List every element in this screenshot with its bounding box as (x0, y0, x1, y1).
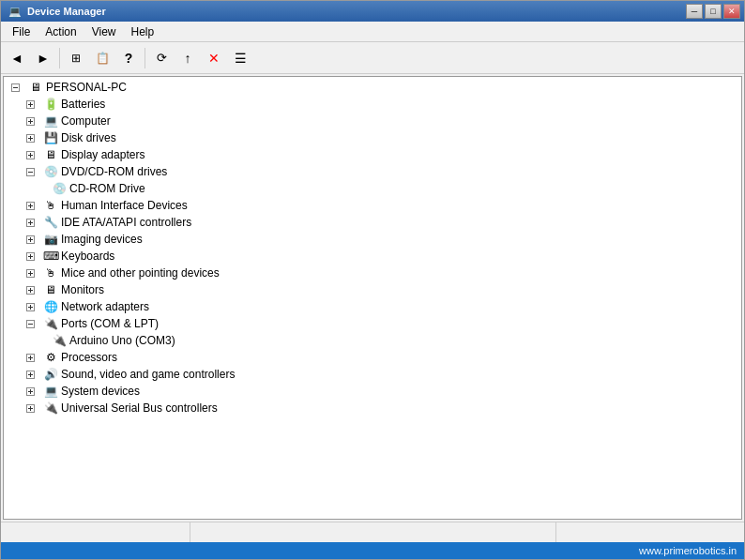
item-label-sound: Sound, video and game controllers (61, 368, 235, 381)
properties-button[interactable]: 📋 (90, 46, 114, 70)
status-pane-2 (190, 522, 556, 542)
item-label-disk-drives: Disk drives (61, 131, 116, 144)
item-icon-processors: ⚙ (43, 350, 58, 365)
tree-item-batteries[interactable]: 🔋Batteries (6, 96, 739, 113)
menu-help[interactable]: Help (124, 23, 162, 40)
expand-btn-cdrom-drive (38, 181, 46, 196)
show-hide-button[interactable]: ⊞ (64, 46, 88, 70)
expand-btn-network[interactable] (23, 299, 38, 314)
title-icon: 💻 (8, 6, 22, 18)
item-icon-system-devices: 💻 (43, 384, 58, 399)
tree-item-personal-pc[interactable]: 🖥PERSONAL-PC (6, 79, 739, 96)
expand-btn-processors[interactable] (23, 350, 38, 365)
item-icon-usb: 🔌 (43, 401, 58, 416)
properties2-button[interactable]: ☰ (228, 46, 252, 70)
expand-btn-usb[interactable] (23, 401, 38, 416)
expand-btn-imaging[interactable] (23, 232, 38, 247)
forward-button[interactable]: ► (31, 46, 55, 70)
expand-btn-personal-pc[interactable] (8, 80, 23, 95)
item-label-personal-pc: PERSONAL-PC (46, 81, 127, 94)
tree-item-hid[interactable]: 🖱Human Interface Devices (6, 197, 739, 214)
expand-btn-ports[interactable] (23, 316, 38, 331)
tree-item-keyboards[interactable]: ⌨Keyboards (6, 248, 739, 265)
item-icon-display-adapters: 🖥 (43, 147, 58, 162)
item-icon-ports: 🔌 (43, 316, 58, 331)
expand-btn-hid[interactable] (23, 198, 38, 213)
tree-item-usb[interactable]: 🔌Universal Serial Bus controllers (6, 400, 739, 416)
tree-item-imaging[interactable]: 📷Imaging devices (6, 231, 739, 248)
item-label-batteries: Batteries (61, 98, 105, 111)
menu-view[interactable]: View (84, 23, 124, 40)
item-label-computer: Computer (61, 114, 111, 128)
expand-btn-arduino (38, 333, 46, 348)
scan-button[interactable]: ⟳ (149, 46, 174, 70)
window-title: Device Manager (27, 6, 106, 17)
expand-btn-mice[interactable] (23, 265, 38, 280)
expand-btn-system-devices[interactable] (23, 384, 38, 399)
tree-item-mice[interactable]: 🖱Mice and other pointing devices (6, 265, 739, 281)
tree-item-computer[interactable]: 💻Computer (6, 113, 739, 129)
minimize-button[interactable]: ─ (686, 4, 703, 19)
uninstall-button[interactable]: ✕ (202, 46, 226, 70)
expand-btn-sound[interactable] (23, 367, 38, 382)
item-label-keyboards: Keyboards (61, 250, 114, 263)
menu-action[interactable]: Action (38, 23, 84, 40)
title-bar-text: 💻 Device Manager (8, 6, 106, 18)
watermark-text: www.primerobotics.in (639, 545, 737, 556)
tree-item-monitors[interactable]: 🖥Monitors (6, 281, 739, 298)
item-label-network: Network adapters (61, 300, 149, 313)
tree-item-cdrom-drive[interactable]: 💿CD-ROM Drive (6, 180, 739, 197)
expand-btn-monitors[interactable] (23, 282, 38, 297)
expand-btn-batteries[interactable] (23, 97, 38, 112)
status-bar (1, 522, 744, 542)
tree-item-processors[interactable]: ⚙Processors (6, 349, 739, 366)
item-icon-hid: 🖱 (43, 198, 58, 213)
tree-item-dvd-cdrom[interactable]: 💿DVD/CD-ROM drives (6, 163, 739, 180)
tree-item-display-adapters[interactable]: 🖥Display adapters (6, 146, 739, 163)
expand-btn-display-adapters[interactable] (23, 147, 38, 162)
item-icon-dvd-cdrom: 💿 (43, 164, 58, 179)
item-label-hid: Human Interface Devices (61, 199, 188, 212)
update-driver-button[interactable]: ↑ (175, 46, 200, 70)
expand-btn-ide-ata[interactable] (23, 215, 38, 230)
tree-item-disk-drives[interactable]: 💾Disk drives (6, 129, 739, 146)
menu-bar: File Action View Help (1, 22, 744, 42)
expand-btn-dvd-cdrom[interactable] (23, 164, 38, 179)
item-icon-arduino: 🔌 (52, 333, 67, 348)
status-pane-1 (1, 522, 190, 542)
tree-item-ide-ata[interactable]: 🔧IDE ATA/ATAPI controllers (6, 214, 739, 231)
item-label-system-devices: System devices (61, 385, 140, 398)
watermark-bar: www.primerobotics.in (1, 542, 744, 559)
item-label-usb: Universal Serial Bus controllers (61, 401, 218, 415)
item-icon-keyboards: ⌨ (43, 249, 58, 264)
close-button[interactable]: ✕ (723, 4, 740, 19)
tree-item-network[interactable]: 🌐Network adapters (6, 298, 739, 315)
maximize-button[interactable]: □ (705, 4, 722, 19)
item-icon-computer: 💻 (43, 114, 58, 129)
tree-view[interactable]: 🖥PERSONAL-PC🔋Batteries💻Computer💾Disk dri… (3, 76, 742, 520)
expand-btn-computer[interactable] (23, 114, 38, 129)
item-label-monitors: Monitors (61, 283, 104, 296)
tree-item-arduino[interactable]: 🔌Arduino Uno (COM3) (6, 332, 739, 349)
item-icon-cdrom-drive: 💿 (52, 181, 67, 196)
toolbar: ◄ ► ⊞ 📋 ? ⟳ ↑ ✕ ☰ (1, 42, 744, 74)
item-icon-monitors: 🖥 (43, 282, 58, 297)
tree-item-system-devices[interactable]: 💻System devices (6, 383, 739, 400)
back-button[interactable]: ◄ (5, 46, 29, 70)
help-button[interactable]: ? (116, 46, 141, 70)
menu-file[interactable]: File (5, 23, 38, 40)
item-icon-batteries: 🔋 (43, 97, 58, 112)
device-manager-window: 💻 Device Manager ─ □ ✕ File Action View … (0, 0, 745, 560)
item-icon-sound: 🔊 (43, 367, 58, 382)
item-label-ports: Ports (COM & LPT) (61, 317, 159, 330)
item-label-display-adapters: Display adapters (61, 148, 144, 161)
expand-btn-disk-drives[interactable] (23, 130, 38, 145)
tree-item-sound[interactable]: 🔊Sound, video and game controllers (6, 366, 739, 383)
tree-item-ports[interactable]: 🔌Ports (COM & LPT) (6, 315, 739, 332)
item-icon-personal-pc: 🖥 (28, 80, 43, 95)
item-icon-disk-drives: 💾 (43, 130, 58, 145)
item-icon-mice: 🖱 (43, 265, 58, 280)
item-label-dvd-cdrom: DVD/CD-ROM drives (61, 165, 167, 178)
expand-btn-keyboards[interactable] (23, 249, 38, 264)
item-label-arduino: Arduino Uno (COM3) (69, 334, 175, 347)
